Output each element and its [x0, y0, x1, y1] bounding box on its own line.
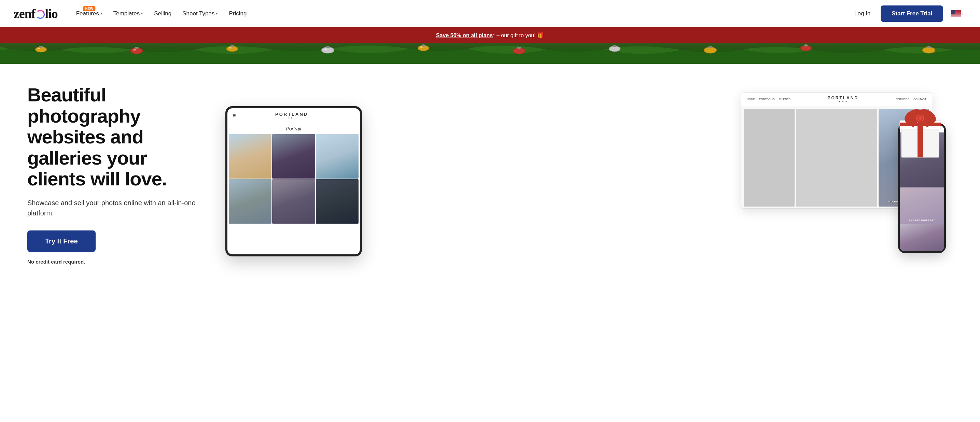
svg-rect-6 — [951, 16, 961, 16]
svg-point-28 — [38, 48, 40, 49]
grid-cell-4 — [229, 179, 272, 224]
features-label: Features — [76, 10, 99, 17]
nav-shoot-types[interactable]: Shoot Types ▾ — [178, 8, 223, 20]
promo-text: * – our gift to you! 🎁 — [493, 32, 544, 38]
gift-box-overlay — [898, 103, 942, 162]
features-badge: NEW — [83, 6, 95, 11]
logo[interactable]: zenflio — [14, 6, 58, 21]
logo-last-char: o — [52, 6, 58, 21]
grid-cell-1 — [229, 134, 272, 178]
tablet-section-title: Portrait — [228, 123, 360, 134]
garland — [0, 43, 980, 64]
svg-rect-5 — [951, 15, 961, 15]
shoot-types-label: Shoot Types — [182, 10, 215, 17]
tablet-header: ≡ PORTLAND ✦ ✦ ✦ — [228, 108, 360, 123]
nav-right: Log In Start Free Trial › — [850, 5, 966, 22]
svg-point-13 — [230, 45, 234, 47]
svg-point-27 — [927, 46, 931, 48]
svg-point-29 — [133, 49, 136, 51]
svg-point-9 — [39, 46, 43, 48]
hero-visuals: HOME PORTFOLIO CLIENTS PORTLAND ☀ ☀ ☀ SE… — [225, 92, 953, 256]
svg-rect-7 — [951, 10, 955, 14]
hamburger-icon: ≡ — [233, 113, 235, 118]
svg-rect-4 — [951, 14, 961, 14]
svg-rect-35 — [918, 121, 923, 158]
features-chevron-icon: ▾ — [100, 11, 102, 16]
language-chevron-icon: › — [962, 12, 964, 16]
selling-label: Selling — [154, 10, 172, 17]
hero-heading: Beautiful photography websites and galle… — [27, 84, 205, 190]
svg-rect-36 — [900, 123, 941, 126]
navbar: zenflio NEW Features ▾ Templates ▾ Selli… — [0, 0, 980, 27]
pricing-label: Pricing — [229, 10, 247, 17]
nav-templates[interactable]: Templates ▾ — [108, 8, 148, 20]
garland-svg — [0, 43, 980, 64]
tablet-grid — [228, 134, 360, 224]
login-button[interactable]: Log In — [850, 8, 875, 20]
shoot-types-chevron-icon: ▾ — [216, 11, 218, 16]
svg-point-15 — [326, 46, 330, 48]
grid-cell-5 — [272, 179, 315, 224]
svg-point-21 — [612, 45, 617, 47]
svg-point-31 — [325, 48, 327, 50]
svg-point-25 — [804, 45, 808, 46]
hero-section: Beautiful photography websites and galle… — [0, 64, 980, 278]
tablet-logo: PORTLAND — [275, 111, 308, 117]
svg-point-19 — [517, 47, 521, 49]
no-cc-text: No credit card required. — [27, 259, 205, 264]
grid-cell-2 — [272, 134, 315, 178]
promo-banner: Save 50% on all plans* – our gift to you… — [0, 27, 980, 43]
nav-selling[interactable]: Selling — [149, 8, 176, 20]
mobile-caption: AND PHOTOGRAPHY — [900, 219, 944, 221]
nav-links: NEW Features ▾ Templates ▾ Selling Shoot… — [72, 8, 850, 20]
language-selector[interactable]: › — [948, 9, 966, 18]
mobile-secondary-photo — [900, 224, 944, 251]
svg-point-17 — [422, 45, 425, 46]
svg-point-30 — [229, 47, 232, 48]
templates-chevron-icon: ▾ — [141, 11, 143, 16]
svg-point-11 — [135, 47, 138, 49]
tablet-mockup: ≡ PORTLAND ✦ ✦ ✦ Portrait — [225, 106, 362, 256]
desktop-logo: PORTLAND ☀ ☀ ☀ — [827, 96, 858, 103]
svg-point-23 — [708, 46, 712, 48]
grid-cell-3 — [316, 134, 358, 178]
templates-label: Templates — [113, 10, 140, 17]
nav-pricing[interactable]: Pricing — [224, 8, 251, 20]
logo-text-end: li — [45, 6, 52, 21]
us-flag-icon — [951, 10, 961, 17]
svg-point-41 — [918, 116, 922, 120]
nav-features[interactable]: NEW Features ▾ — [72, 8, 107, 20]
logo-o-icon — [36, 10, 45, 19]
promo-link[interactable]: Save 50% on all plans — [436, 32, 493, 38]
hero-subheading: Showcase and sell your photos online wit… — [27, 198, 205, 218]
hero-text: Beautiful photography websites and galle… — [27, 84, 205, 264]
svg-point-32 — [420, 46, 423, 48]
start-trial-button[interactable]: Start Free Trial — [881, 5, 943, 22]
grid-cell-6 — [316, 179, 358, 224]
gift-icon — [898, 103, 942, 161]
try-it-free-button[interactable]: Try It Free — [27, 231, 95, 252]
logo-text-start: zenf — [14, 6, 35, 21]
